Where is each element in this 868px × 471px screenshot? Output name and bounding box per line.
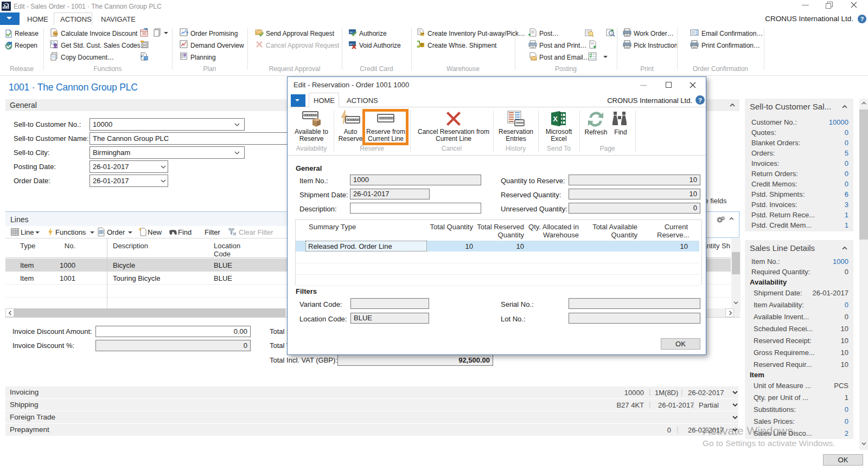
- svg-text:?: ?: [186, 30, 188, 36]
- svg-text:?: ?: [698, 96, 702, 104]
- svg-text:X: X: [553, 115, 558, 123]
- svg-text:%: %: [53, 31, 57, 36]
- svg-text:?: ?: [860, 16, 864, 22]
